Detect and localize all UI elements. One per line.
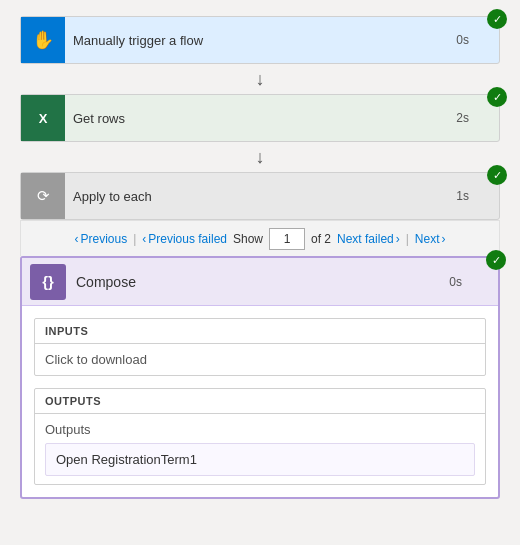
- flow-container: ✋ Manually trigger a flow 0s ✓ ↓ X Get r…: [0, 0, 520, 515]
- inputs-section: INPUTS Click to download: [34, 318, 486, 376]
- chevron-right-icon: ›: [396, 232, 400, 246]
- show-label: Show: [233, 232, 263, 246]
- apply-each-time: 1s: [456, 189, 499, 203]
- apply-each-icon: ⟳: [21, 173, 65, 219]
- page-number-input[interactable]: [269, 228, 305, 250]
- arrow-1: ↓: [256, 64, 265, 94]
- get-rows-success: ✓: [487, 87, 507, 107]
- outputs-content: Outputs Open RegistrationTerm1: [35, 414, 485, 484]
- compose-success-badge: ✓: [486, 250, 506, 270]
- chevron-left-icon: ‹: [74, 232, 78, 246]
- manual-trigger-time: 0s: [456, 33, 499, 47]
- arrow-2: ↓: [256, 142, 265, 172]
- step-get-rows[interactable]: X Get rows 2s ✓: [20, 94, 500, 142]
- manual-trigger-success: ✓: [487, 9, 507, 29]
- next-failed-button[interactable]: Next failed ›: [337, 232, 400, 246]
- apply-each-label: Apply to each: [65, 189, 456, 204]
- chevron-left-icon-2: ‹: [142, 232, 146, 246]
- compose-card: {} Compose 0s ✓ INPUTS Click to download…: [20, 256, 500, 499]
- outputs-label: Outputs: [45, 422, 475, 437]
- apply-each-success: ✓: [487, 165, 507, 185]
- chevron-right-icon-2: ›: [442, 232, 446, 246]
- pagination-bar: ‹ Previous | ‹ Previous failed Show of 2…: [20, 220, 500, 256]
- manual-trigger-label: Manually trigger a flow: [65, 33, 456, 48]
- inputs-header: INPUTS: [35, 319, 485, 344]
- step-manual-trigger[interactable]: ✋ Manually trigger a flow 0s ✓: [20, 16, 500, 64]
- compose-body: INPUTS Click to download OUTPUTS Outputs…: [22, 306, 498, 497]
- compose-icon: {}: [30, 264, 66, 300]
- output-value: Open RegistrationTerm1: [45, 443, 475, 476]
- of-label: of 2: [311, 232, 331, 246]
- compose-header[interactable]: {} Compose 0s ✓: [22, 258, 498, 306]
- compose-label: Compose: [66, 274, 449, 290]
- outputs-header: OUTPUTS: [35, 389, 485, 414]
- step-apply-each[interactable]: ⟳ Apply to each 1s ✓: [20, 172, 500, 220]
- outputs-section: OUTPUTS Outputs Open RegistrationTerm1: [34, 388, 486, 485]
- get-rows-icon: X: [21, 95, 65, 141]
- get-rows-label: Get rows: [65, 111, 456, 126]
- next-button[interactable]: Next ›: [415, 232, 446, 246]
- previous-failed-button[interactable]: ‹ Previous failed: [142, 232, 227, 246]
- previous-button[interactable]: ‹ Previous: [74, 232, 127, 246]
- compose-time: 0s: [449, 275, 490, 289]
- get-rows-time: 2s: [456, 111, 499, 125]
- inputs-value[interactable]: Click to download: [35, 344, 485, 375]
- manual-trigger-icon: ✋: [21, 17, 65, 63]
